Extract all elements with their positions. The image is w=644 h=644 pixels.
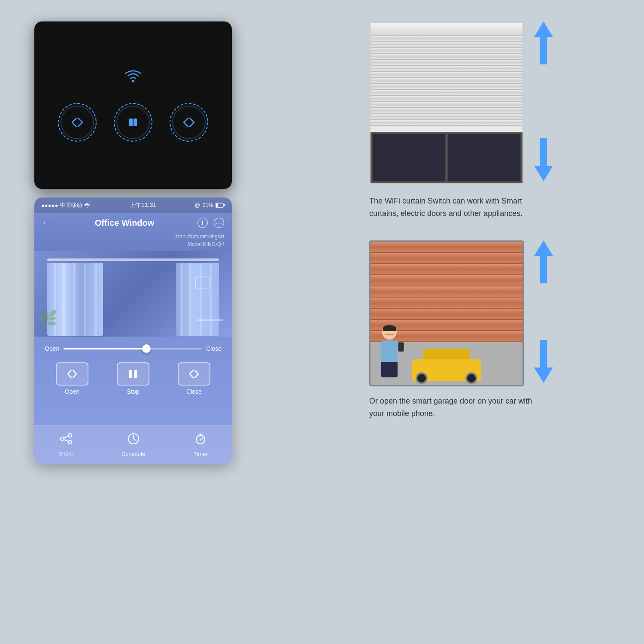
svg-marker-24 (534, 340, 553, 383)
svg-rect-2 (134, 118, 137, 126)
nav-share[interactable]: Share (58, 433, 73, 457)
device-wifi-icon (125, 69, 142, 86)
shutter-top-rail (371, 23, 522, 36)
share-label: Share (58, 450, 73, 457)
slider-fill (64, 348, 146, 349)
shutter-slat (371, 60, 522, 66)
bottom-nav: Share Schedule T (34, 425, 232, 464)
share-icon (60, 433, 73, 448)
shutter-slat (371, 90, 522, 96)
app-panel: ●●●●● 中国移动 上午11:31 @ 21% ← Office Window… (34, 197, 232, 464)
svg-point-0 (132, 80, 134, 82)
slider-thumb[interactable] (142, 344, 151, 353)
open-btn-label: Open (65, 388, 79, 395)
garage-container (369, 240, 610, 386)
more-icon[interactable]: ··· (214, 218, 224, 228)
back-button[interactable]: ← (42, 217, 52, 228)
shutter-slat (371, 84, 522, 90)
car-wheel-left (416, 372, 428, 384)
nav-schedule[interactable]: Schedule (122, 432, 145, 457)
shutter-arrows (534, 21, 553, 185)
manufacturer-info: Manufacturer:KingArt Model:KING-Q4 (34, 233, 232, 251)
svg-point-20 (200, 439, 201, 440)
carrier-label: 中国移动 (60, 201, 82, 209)
app-header: ← Office Window i ··· (34, 213, 232, 233)
status-bar: ●●●●● 中国移动 上午11:31 @ 21% (34, 197, 232, 213)
svg-point-8 (68, 434, 72, 437)
person-body (381, 340, 398, 362)
svg-marker-23 (534, 240, 553, 283)
nav-timer[interactable]: Timer (194, 432, 208, 457)
room-plant: 🌿 (39, 311, 56, 337)
shutter-slat (371, 36, 522, 42)
garage-slat (371, 275, 522, 286)
shutter-section: The WiFi curtain Switch can work with Sm… (369, 21, 610, 220)
garage-arrows (534, 240, 553, 386)
shutter-slat (371, 78, 522, 84)
shutter-image (369, 21, 524, 185)
device-open-btn[interactable] (58, 103, 97, 142)
shutter-slat (371, 72, 522, 78)
slider-track[interactable] (64, 348, 202, 349)
status-time: 上午11:31 (129, 201, 156, 209)
timer-label: Timer (194, 451, 208, 457)
device-control-row (58, 103, 208, 142)
manufacturer-name: Manufacturer:KingArt (42, 233, 224, 240)
garage-slat (371, 253, 522, 264)
stop-btn-label: Stop (127, 388, 140, 395)
curtain-scene: 🌿 (34, 251, 232, 337)
person-head (382, 325, 397, 340)
location-icon: @ (195, 202, 200, 208)
svg-rect-4 (216, 204, 218, 207)
schedule-icon (127, 432, 140, 448)
shutter-slat (371, 120, 522, 126)
svg-line-11 (64, 436, 68, 438)
shutter-open-area (371, 132, 522, 183)
shutter-slat (371, 66, 522, 72)
shutter-slat (371, 42, 522, 48)
shutter-slat (371, 48, 522, 54)
person (377, 325, 402, 381)
status-left: ●●●●● 中国移动 (41, 201, 91, 209)
open-button[interactable] (56, 362, 88, 386)
timer-icon (194, 432, 207, 448)
shutter-slats (371, 36, 522, 132)
garage-slat (371, 286, 522, 298)
room-table (197, 319, 223, 337)
shutter-slat (371, 102, 522, 108)
slider-open-label: Open (45, 345, 59, 352)
garage-slat (371, 242, 522, 253)
svg-marker-21 (534, 21, 553, 64)
window-pane-left (372, 134, 446, 182)
close-btn-group: Close (178, 362, 210, 395)
garage-arrow-down (534, 340, 553, 386)
status-right: @ 21% (195, 202, 225, 208)
info-icon[interactable]: i (197, 218, 208, 228)
close-button[interactable] (178, 362, 210, 386)
svg-point-10 (68, 440, 72, 444)
garage-slat (371, 264, 522, 275)
garage-car (408, 346, 485, 381)
svg-rect-1 (129, 118, 133, 126)
svg-marker-22 (534, 138, 553, 181)
header-icons: i ··· (197, 218, 224, 228)
device-close-btn[interactable] (170, 103, 208, 142)
svg-rect-6 (129, 370, 132, 378)
slider-close-label: Close (206, 345, 222, 352)
shutter-description: The WiFi curtain Switch can work with Sm… (369, 195, 541, 220)
app-title: Office Window (95, 218, 155, 228)
person-hair (383, 325, 396, 331)
stop-button[interactable] (117, 362, 149, 386)
curtain-rod (47, 258, 219, 261)
room-picture (195, 276, 210, 289)
garage-description: Or open the smart garage door on your ca… (369, 395, 541, 420)
stop-btn-group: Stop (117, 362, 149, 395)
device-stop-btn[interactable] (114, 103, 152, 142)
shutter-slat (371, 54, 522, 60)
model-name: Model:KING-Q4 (42, 240, 224, 248)
battery-label: 21% (203, 202, 213, 208)
garage-slat (371, 309, 522, 320)
close-btn-label: Close (186, 388, 202, 395)
svg-rect-7 (134, 370, 137, 378)
garage-slat (371, 298, 522, 309)
